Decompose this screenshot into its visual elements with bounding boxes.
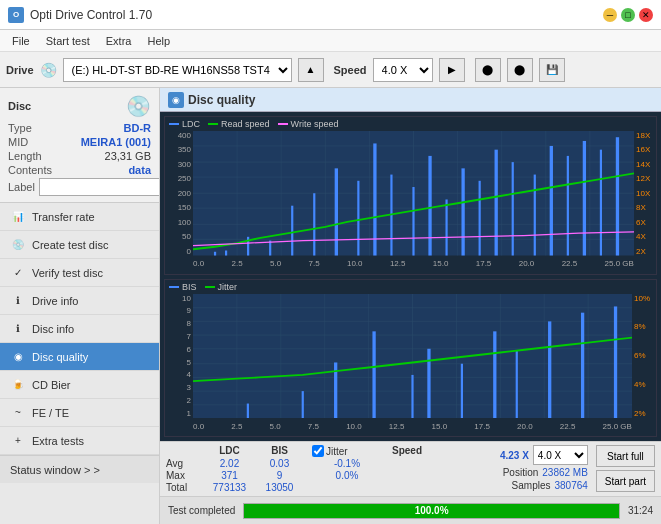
start-part-button[interactable]: Start part <box>596 470 655 492</box>
stats-position-label: Position <box>503 467 539 478</box>
close-button[interactable]: ✕ <box>639 8 653 22</box>
sidebar-item-cd-bier[interactable]: 🍺 CD Bier <box>0 371 159 399</box>
chart1-yr12: 12X <box>634 174 656 183</box>
stats-position-row: Position 23862 MB <box>503 467 588 478</box>
menu-file[interactable]: File <box>4 33 38 49</box>
stats-samples-row: Samples 380764 <box>512 480 588 491</box>
progress-bar-inner: 100.0% <box>244 504 619 518</box>
disc-header: Disc 💿 <box>8 94 151 118</box>
sidebar-item-disc-info-label: Disc info <box>32 323 74 335</box>
progress-status: Test completed <box>168 505 235 516</box>
stats-table: LDC BIS Jitter Speed Avg 2.02 0.03 <box>166 445 496 493</box>
chart1-x50: 5.0 <box>270 259 281 268</box>
status-window-label: Status window > > <box>10 464 100 476</box>
stats-samples-value: 380764 <box>554 480 587 491</box>
chart2-legend: BIS Jitter <box>165 280 656 294</box>
disc-label-row: Label ✎ <box>8 178 151 196</box>
chart2-y10: 10 <box>165 294 193 303</box>
sidebar-item-disc-info[interactable]: ℹ Disc info <box>0 315 159 343</box>
disc-mid-label: MID <box>8 136 28 148</box>
app-title: Opti Drive Control 1.70 <box>30 8 152 22</box>
sidebar-item-fe-te[interactable]: ~ FE / TE <box>0 399 159 427</box>
chart2-y2: 2 <box>165 396 193 405</box>
sidebar-item-cd-bier-label: CD Bier <box>32 379 71 391</box>
status-window-button[interactable]: Status window > > <box>0 455 159 483</box>
chart2-xaxis: 0.0 2.5 5.0 7.5 10.0 12.5 15.0 17.5 20.0… <box>193 418 632 434</box>
stats-max-label: Max <box>166 470 202 481</box>
stats-avg-row: Avg 2.02 0.03 -0.1% <box>166 458 496 469</box>
sidebar-item-disc-quality[interactable]: ◉ Disc quality <box>0 343 159 371</box>
progress-area: Test completed 100.0% 31:24 <box>160 496 661 524</box>
speed-select[interactable]: 4.0 X <box>373 58 433 82</box>
disc-quality-header: ◉ Disc quality <box>160 88 661 112</box>
chart2-yr10: 10% <box>632 294 656 303</box>
chart1-y350: 350 <box>165 145 193 154</box>
chart2-y5: 5 <box>165 358 193 367</box>
stats-avg-bis: 0.03 <box>257 458 302 469</box>
save-button[interactable]: 💾 <box>539 58 565 82</box>
title-bar-left: O Opti Drive Control 1.70 <box>8 7 152 23</box>
sidebar-item-extra-tests[interactable]: + Extra tests <box>0 427 159 455</box>
chart1-x225: 22.5 <box>562 259 578 268</box>
main-layout: Disc 💿 Type BD-R MID MEIRA1 (001) Length… <box>0 88 661 524</box>
disc-type-label: Type <box>8 122 32 134</box>
sidebar-item-transfer-rate[interactable]: 📊 Transfer rate <box>0 203 159 231</box>
sidebar-item-extra-tests-label: Extra tests <box>32 435 84 447</box>
stats-speed-select[interactable]: 4.0 X <box>533 445 588 465</box>
fe-te-icon: ~ <box>10 405 26 421</box>
window-controls: ─ □ ✕ <box>603 8 653 22</box>
chart1-y200: 200 <box>165 189 193 198</box>
disc-length-row: Length 23,31 GB <box>8 150 151 162</box>
chart1-xaxis: 0.0 2.5 5.0 7.5 10.0 12.5 15.0 17.5 20.0… <box>193 256 634 272</box>
chart1-y150: 150 <box>165 203 193 212</box>
start-buttons: Start full Start part <box>596 445 655 492</box>
eject-button[interactable]: ▲ <box>298 58 324 82</box>
start-full-button[interactable]: Start full <box>596 445 655 467</box>
chart2-yr6: 6% <box>632 351 656 360</box>
stats-empty-header <box>166 445 202 457</box>
chart1-yr18: 18X <box>634 131 656 140</box>
disc-quality-icon: ◉ <box>10 349 26 365</box>
disc-mid-value: MEIRA1 (001) <box>81 136 151 148</box>
chart1-y250: 250 <box>165 174 193 183</box>
menu-start-test[interactable]: Start test <box>38 33 98 49</box>
disc-length-value: 23,31 GB <box>105 150 151 162</box>
disc-section: Disc 💿 Type BD-R MID MEIRA1 (001) Length… <box>0 88 159 203</box>
chart1-x0: 0.0 <box>193 259 204 268</box>
maximize-button[interactable]: □ <box>621 8 635 22</box>
chart1-x100: 10.0 <box>347 259 363 268</box>
menu-help[interactable]: Help <box>139 33 178 49</box>
write-dot <box>278 123 288 125</box>
chart1-yr4: 4X <box>634 232 656 241</box>
disc-action-button1[interactable]: ⬤ <box>475 58 501 82</box>
write-label: Write speed <box>291 119 339 129</box>
menu-extra[interactable]: Extra <box>98 33 140 49</box>
minimize-button[interactable]: ─ <box>603 8 617 22</box>
chart2-x175: 17.5 <box>474 422 490 431</box>
sidebar-item-verify-test-disc[interactable]: ✓ Verify test disc <box>0 259 159 287</box>
progress-time: 31:24 <box>628 505 653 516</box>
speed-apply-button[interactable]: ▶ <box>439 58 465 82</box>
read-dot <box>208 123 218 125</box>
chart1-legend: LDC Read speed Write speed <box>165 117 656 131</box>
ldc-chart: LDC Read speed Write speed 400 <box>164 116 657 275</box>
disc-action-button2[interactable]: ⬤ <box>507 58 533 82</box>
sidebar-item-transfer-rate-label: Transfer rate <box>32 211 95 223</box>
jitter-checkbox[interactable] <box>312 445 324 457</box>
sidebar-item-create-test-disc[interactable]: 💿 Create test disc <box>0 231 159 259</box>
transfer-rate-icon: 📊 <box>10 209 26 225</box>
sidebar-item-verify-test-disc-label: Verify test disc <box>32 267 103 279</box>
drive-icon: 💿 <box>40 62 57 78</box>
disc-contents-row: Contents data <box>8 164 151 176</box>
chart1-yr2: 2X <box>634 247 656 256</box>
jitter-header: Jitter <box>326 446 348 457</box>
disc-label-input[interactable] <box>39 178 160 196</box>
stats-right: 4.23 X 4.0 X Position 23862 MB Samples 3… <box>500 445 588 491</box>
sidebar-item-drive-info[interactable]: ℹ Drive info <box>0 287 159 315</box>
chart1-x200: 20.0 <box>519 259 535 268</box>
chart1-x125: 12.5 <box>390 259 406 268</box>
jitter-legend: Jitter <box>205 282 238 292</box>
chart1-x150: 15.0 <box>433 259 449 268</box>
sidebar: Disc 💿 Type BD-R MID MEIRA1 (001) Length… <box>0 88 160 524</box>
drive-select[interactable]: (E:) HL-DT-ST BD-RE WH16NS58 TST4 <box>63 58 292 82</box>
